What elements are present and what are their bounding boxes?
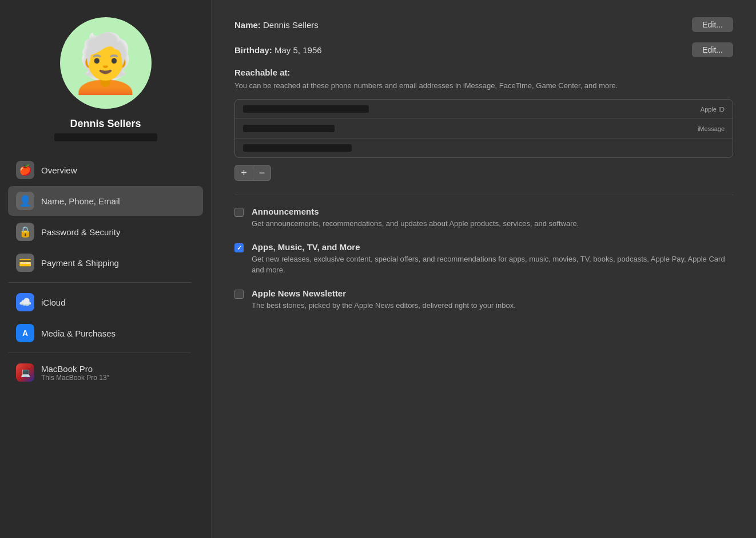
apps-music-tv-checkbox-area[interactable] bbox=[234, 243, 244, 276]
avatar-emoji: 🧑‍🦳 bbox=[70, 34, 141, 92]
sidebar-item-icloud[interactable]: ☁️ iCloud bbox=[8, 287, 203, 317]
announcements-row: Announcements Get announcements, recomme… bbox=[234, 207, 733, 230]
appstore-icon: A bbox=[16, 324, 34, 342]
main-content: Name: Dennis Sellers Edit... Birthday: M… bbox=[212, 0, 756, 538]
sidebar-item-macbook-pro[interactable]: 💻 MacBook Pro This MacBook Pro 13″ bbox=[8, 358, 203, 387]
apps-music-tv-row: Apps, Music, TV, and More Get new releas… bbox=[234, 242, 733, 276]
reachable-row-1[interactable]: Apple ID bbox=[235, 100, 733, 119]
sidebar-item-password-security-label: Password & Security bbox=[41, 227, 120, 237]
sidebar-email-redacted bbox=[54, 133, 157, 141]
lock-icon: 🔒 bbox=[16, 223, 34, 241]
checkbox-section: Announcements Get announcements, recomme… bbox=[234, 207, 733, 311]
sidebar-divider-1 bbox=[8, 282, 191, 283]
sidebar-item-payment-shipping-label: Payment & Shipping bbox=[41, 258, 119, 268]
horizontal-divider bbox=[234, 195, 733, 195]
sidebar-item-payment-shipping[interactable]: 💳 Payment & Shipping bbox=[8, 248, 203, 278]
apps-music-tv-title: Apps, Music, TV, and More bbox=[252, 242, 733, 252]
sidebar-item-password-security[interactable]: 🔒 Password & Security bbox=[8, 217, 203, 247]
apple-news-checkbox-area[interactable] bbox=[234, 290, 244, 311]
sidebar-item-overview[interactable]: 🍎 Overview bbox=[8, 155, 203, 185]
reachable-title: Reachable at: bbox=[234, 68, 733, 77]
sidebar-item-name-phone-email-label: Name, Phone, Email bbox=[41, 196, 120, 206]
sidebar-item-macbook-text: MacBook Pro This MacBook Pro 13″ bbox=[41, 364, 109, 382]
apps-music-tv-checkbox[interactable] bbox=[234, 243, 244, 252]
sidebar-user-name: Dennis Sellers bbox=[70, 118, 141, 130]
redacted-email-1 bbox=[243, 105, 369, 113]
sidebar: 🧑‍🦳 Dennis Sellers 🍎 Overview 👤 Name, Ph… bbox=[0, 0, 212, 538]
sidebar-item-macbook-sublabel: This MacBook Pro 13″ bbox=[41, 374, 109, 382]
redacted-email-2 bbox=[243, 144, 352, 152]
avatar: 🧑‍🦳 bbox=[60, 17, 152, 109]
reachable-box: Apple ID iMessage bbox=[234, 99, 733, 158]
birthday-row: Birthday: May 5, 1956 Edit... bbox=[234, 42, 733, 57]
sidebar-item-macbook-label: MacBook Pro bbox=[41, 364, 109, 374]
birthday-field-label: Birthday: May 5, 1956 bbox=[234, 45, 322, 55]
reachable-row-2[interactable]: iMessage bbox=[235, 119, 733, 139]
sidebar-item-overview-label: Overview bbox=[41, 165, 77, 175]
sidebar-item-name-phone-email[interactable]: 👤 Name, Phone, Email bbox=[8, 186, 203, 216]
badge-apple-id: Apple ID bbox=[701, 106, 725, 113]
apple-news-content: Apple News Newsletter The best stories, … bbox=[252, 288, 516, 311]
add-button[interactable]: + bbox=[234, 165, 253, 181]
name-field-label: Name: Dennis Sellers bbox=[234, 20, 319, 30]
sidebar-nav: 🍎 Overview 👤 Name, Phone, Email 🔒 Passwo… bbox=[0, 155, 211, 387]
name-row: Name: Dennis Sellers Edit... bbox=[234, 17, 733, 32]
sidebar-item-media-purchases-label: Media & Purchases bbox=[41, 329, 116, 338]
announcements-checkbox-area[interactable] bbox=[234, 208, 244, 230]
sidebar-item-icloud-label: iCloud bbox=[41, 298, 66, 307]
announcements-content: Announcements Get announcements, recomme… bbox=[252, 207, 579, 230]
apple-news-checkbox[interactable] bbox=[234, 290, 244, 299]
announcements-checkbox[interactable] bbox=[234, 208, 244, 217]
apple-news-title: Apple News Newsletter bbox=[252, 288, 516, 298]
announcements-title: Announcements bbox=[252, 207, 579, 216]
apple-icon: 🍎 bbox=[16, 161, 34, 179]
reachable-row-3[interactable] bbox=[235, 139, 733, 157]
name-edit-button[interactable]: Edit... bbox=[692, 17, 733, 32]
apple-news-row: Apple News Newsletter The best stories, … bbox=[234, 288, 733, 311]
add-remove-buttons: + − bbox=[234, 165, 733, 181]
sidebar-item-media-purchases[interactable]: A Media & Purchases bbox=[8, 318, 203, 348]
birthday-edit-button[interactable]: Edit... bbox=[692, 42, 733, 57]
person-icon: 👤 bbox=[16, 192, 34, 210]
apps-music-tv-desc: Get new releases, exclusive content, spe… bbox=[252, 254, 733, 276]
macbook-icon: 💻 bbox=[16, 363, 34, 382]
card-icon: 💳 bbox=[16, 254, 34, 272]
redacted-phone bbox=[243, 125, 335, 132]
badge-imessage: iMessage bbox=[698, 125, 725, 132]
icloud-icon: ☁️ bbox=[16, 293, 34, 311]
apple-news-desc: The best stories, picked by the Apple Ne… bbox=[252, 300, 516, 311]
remove-button[interactable]: − bbox=[253, 165, 271, 181]
sidebar-divider-2 bbox=[8, 353, 191, 353]
announcements-desc: Get announcements, recommendations, and … bbox=[252, 219, 579, 230]
apps-music-tv-content: Apps, Music, TV, and More Get new releas… bbox=[252, 242, 733, 276]
reachable-subtitle: You can be reached at these phone number… bbox=[234, 81, 733, 91]
